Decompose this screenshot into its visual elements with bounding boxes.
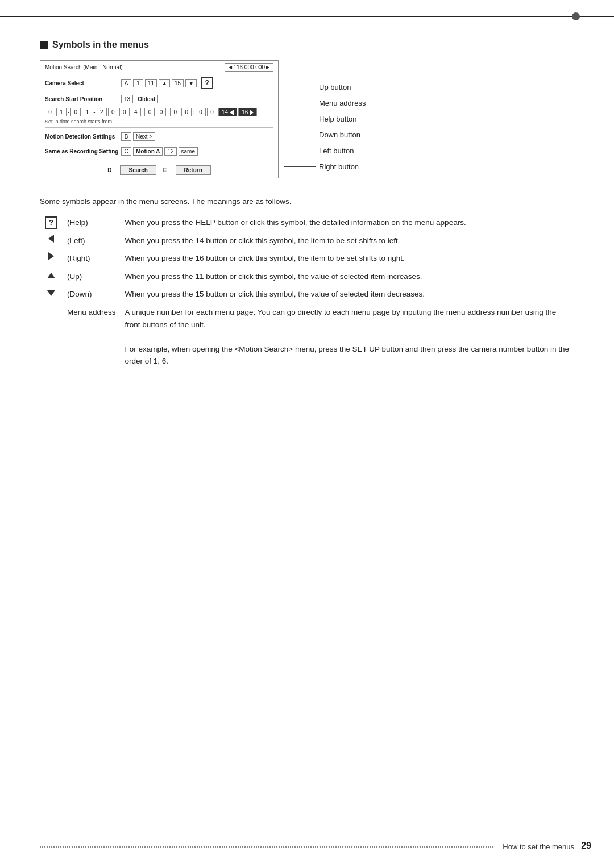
addr-left-arrow: ◀ — [229, 65, 232, 70]
symbol-label-help: (Help) — [63, 214, 121, 232]
symbol-icon-help: ? — [40, 214, 63, 232]
callout-label-down: Down button — [319, 131, 360, 139]
callout-line-left — [284, 151, 316, 151]
separator2 — [45, 160, 273, 160]
date-0g: 0 — [170, 108, 180, 116]
camera-select-label: Camera Select — [45, 80, 119, 86]
motion-detection-controls: B Next > — [121, 132, 155, 141]
date-0e: 0 — [144, 108, 155, 116]
description-intro: Some symbols appear in the menu screens.… — [40, 195, 574, 208]
diagram-wrapper: Motion Search (Main - Normal) ◀ 116 000 … — [40, 60, 574, 178]
callout-label-up: Up button — [319, 83, 351, 91]
date-sep1: - — [68, 109, 69, 115]
btn-d-label: D — [107, 167, 111, 173]
motion-detection-row: Motion Detection Settings B Next > — [40, 129, 278, 144]
date-0h: 0 — [181, 108, 192, 116]
same-motion-a: Motion A — [133, 147, 163, 156]
symbol-row-right: (Right) When you press the 16 button or … — [40, 249, 574, 268]
description-section: Some symbols appear in the menu screens.… — [40, 195, 574, 370]
date-note: Setup date search starts from. — [40, 118, 278, 126]
search-button[interactable]: Search — [120, 165, 156, 175]
callout-label-menu-addr: Menu address — [319, 99, 366, 107]
symbol-table: ? (Help) When you press the HELP button … — [40, 214, 574, 370]
search-start-row: Search Start Position 13 Oldest — [40, 91, 278, 106]
symbol-label-down: (Down) — [63, 285, 121, 303]
callout-up-button: Up button — [284, 83, 366, 91]
symbol-text-right: When you press the 16 button or click th… — [121, 249, 574, 268]
search-num-13: 13 — [121, 95, 133, 103]
menu-header-row: Motion Search (Main - Normal) ◀ 116 000 … — [40, 61, 278, 74]
footer-dots — [40, 846, 493, 848]
symbol-icon-left — [40, 232, 63, 250]
symbol-icon-up — [40, 268, 63, 286]
cam-cell-1: 1 — [133, 79, 143, 87]
symbol-icon-menu-addr — [40, 303, 63, 370]
help-button[interactable]: ? — [201, 77, 213, 89]
symbol-row-down: (Down) When you press the 15 button or c… — [40, 285, 574, 303]
menu-title-text: Motion Search (Main - Normal) — [45, 64, 123, 70]
symbol-row-up: (Up) When you press the 11 button or cli… — [40, 268, 574, 286]
page-container: Symbols in the menus Motion Search (Main… — [0, 0, 614, 868]
section-icon — [40, 41, 48, 49]
callout-label-right: Right button — [319, 162, 359, 171]
callout-line-down — [284, 135, 316, 135]
date-0: 0 — [45, 108, 55, 116]
date-4: 4 — [131, 108, 141, 116]
return-button[interactable]: Return — [176, 165, 211, 175]
callout-line-help — [284, 119, 316, 119]
callout-right-button: Right button — [284, 162, 366, 171]
same-as-controls: C Motion A 12 same — [121, 147, 198, 156]
date-2: 2 — [97, 108, 107, 116]
date-colon1: : — [167, 109, 169, 115]
camera-select-controls: A 1 11 ▲ 15 ▼ ? — [121, 77, 213, 89]
callout-menu-address: Menu address — [284, 99, 366, 107]
callout-label-left: Left button — [319, 147, 354, 155]
cam-cell-15: 15 — [172, 79, 184, 87]
date-0b: 0 — [70, 108, 81, 116]
motion-btn-ltr: B — [121, 132, 131, 141]
symbol-text-up: When you press the 11 button or click th… — [121, 268, 574, 286]
top-dot — [572, 12, 580, 20]
symbol-row-help: ? (Help) When you press the HELP button … — [40, 214, 574, 232]
same-as-recording-row: Same as Recording Setting C Motion A 12 … — [40, 144, 278, 158]
search-start-controls: 13 Oldest — [121, 95, 158, 103]
section-heading: Symbols in the menus — [40, 40, 574, 50]
btn-e-label: E — [163, 167, 167, 173]
date-0f: 0 — [156, 108, 166, 116]
menu-address-box: ◀ 116 000 000 ▶ — [225, 63, 273, 72]
addr-right-arrow: ▶ — [266, 65, 269, 70]
cam-cell-down: ▼ — [185, 79, 197, 87]
footer-text: How to set the menus — [503, 842, 574, 851]
same-as-label: Same as Recording Setting — [45, 148, 119, 155]
date-space — [142, 109, 144, 115]
symbol-label-up: (Up) — [63, 268, 121, 286]
footer: How to set the menus — [0, 842, 614, 851]
symbol-label-right: (Right) — [63, 249, 121, 268]
same-word: same — [179, 147, 198, 156]
callout-left-button: Left button — [284, 147, 366, 155]
down-triangle-icon — [47, 290, 55, 296]
cam-cell-up: ▲ — [159, 79, 170, 87]
tri-right-icon — [250, 110, 254, 115]
callout-labels-block: Up button Menu address Help button Down … — [284, 60, 366, 171]
top-line — [0, 16, 614, 17]
page-number: 29 — [581, 841, 591, 851]
date-0i: 0 — [196, 108, 206, 116]
bottom-btn-row: D Search E Return — [40, 162, 278, 178]
date-14-left: 14 — [218, 108, 237, 116]
separator1 — [45, 127, 273, 128]
search-oldest: Oldest — [135, 95, 158, 103]
date-1a: 1 — [56, 108, 67, 116]
motion-next-btn: Next > — [133, 132, 155, 141]
menu-address-value: 116 000 000 — [233, 64, 265, 70]
right-triangle-icon — [48, 252, 54, 260]
date-0d: 0 — [119, 108, 130, 116]
symbol-label-menu-addr: Menu address — [63, 303, 121, 370]
date-1b: 1 — [82, 108, 92, 116]
menu-mockup: Motion Search (Main - Normal) ◀ 116 000 … — [40, 60, 279, 178]
section-title: Symbols in the menus — [52, 40, 149, 50]
callout-line-right — [284, 166, 316, 167]
cam-cell-11: 11 — [145, 79, 157, 87]
date-0j: 0 — [207, 108, 217, 116]
date-row: 0 1 - 0 1 - 2 0 0 4 0 0 : 0 0 : 0 0 14 — [40, 106, 278, 118]
